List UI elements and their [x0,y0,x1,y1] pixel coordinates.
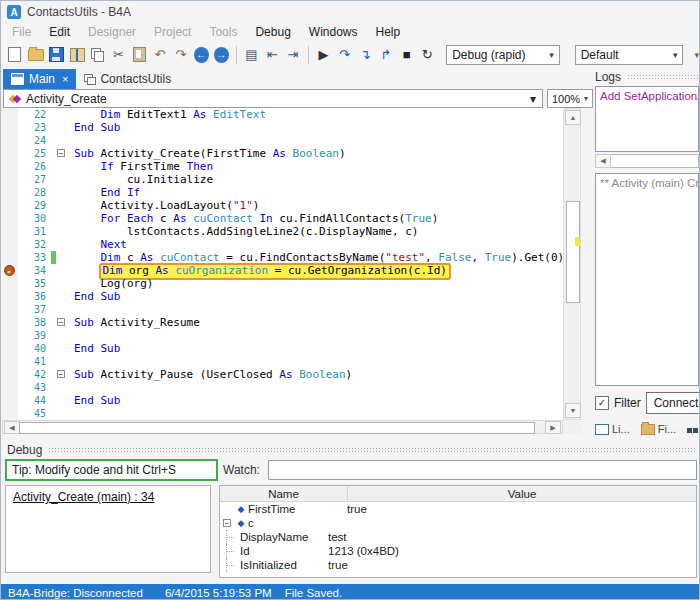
indicator-margin[interactable] [2,186,18,199]
editor-horizontal-scrollbar[interactable]: ◀ ▶ [2,420,563,434]
indicator-margin[interactable] [2,290,18,303]
code-editor[interactable]: 22 Dim EditText1 As EditText23End Sub242… [2,108,563,420]
expander-cell[interactable]: − [220,519,234,527]
menu-debug[interactable]: Debug [246,24,299,40]
undo-icon[interactable]: ↶ [150,45,170,65]
navigate-back-icon[interactable]: ← [194,47,209,63]
build-configuration-select[interactable]: Debug (rapid)▾ [446,45,560,65]
scroll-right-icon[interactable]: ▶ [545,421,561,434]
menu-windows[interactable]: Windows [300,24,367,40]
sub-navigator-select[interactable]: Activity_Create ▾ [3,89,543,108]
indicator-margin[interactable] [2,147,18,160]
step-over-icon[interactable]: ↷ [334,45,354,65]
step-into-icon[interactable]: ↴ [355,45,375,65]
indicator-margin[interactable] [2,225,18,238]
code-line-27[interactable]: 27 cu.Initialize [2,173,563,186]
indicator-margin[interactable] [2,355,18,368]
logs-list[interactable]: Add SetApplicationAttri [595,86,699,152]
export-icon[interactable] [67,45,87,65]
code-line-31[interactable]: 31 lstContacts.AddSingleLine2(c.DisplayN… [2,225,563,238]
watch-row-c[interactable]: −◆c [220,516,696,530]
logs-detail-box[interactable]: ** Activity (main) Create [595,173,699,386]
restart-icon[interactable]: ↻ [417,45,437,65]
layout-variant-select[interactable]: Default▾ [575,45,684,65]
fold-margin[interactable]: − [56,316,68,329]
code-line-30[interactable]: 30 For Each c As cuContact In cu.FindAll… [2,212,563,225]
code-line-22[interactable]: 22 Dim EditText1 As EditText [2,108,563,121]
indicator-margin[interactable] [2,368,18,381]
column-header-name[interactable]: Name [220,486,348,501]
watch-row-Id[interactable]: Id1213 (0x4BD) [220,544,696,558]
indicator-margin[interactable] [2,303,18,316]
scroll-up-icon[interactable]: ▲ [565,110,581,125]
code-line-39[interactable]: 39 [2,329,563,342]
fold-collapse-icon[interactable]: − [57,318,65,326]
watch-row-FirstTime[interactable]: ◆FirstTimetrue [220,502,696,516]
tab-files[interactable]: Fi... [641,423,676,435]
new-icon[interactable] [5,45,25,65]
indent-icon[interactable]: ⇥ [283,45,303,65]
indicator-margin[interactable] [2,121,18,134]
code-line-26[interactable]: 26 If FirstTime Then [2,160,563,173]
indicator-margin[interactable] [2,342,18,355]
indicator-margin[interactable] [2,108,18,121]
run-icon[interactable]: ▶ [314,45,334,65]
indicator-margin[interactable] [2,212,18,225]
menu-designer[interactable]: Designer [79,24,145,40]
fold-margin[interactable] [56,407,68,420]
indicator-margin[interactable] [2,407,18,420]
indicator-margin[interactable] [2,199,18,212]
menu-tools[interactable]: Tools [200,24,246,40]
fold-margin[interactable] [56,199,68,212]
code-line-45[interactable]: 45 [2,407,563,420]
tab-main[interactable]: Main× [3,69,76,89]
fold-margin[interactable] [56,290,68,303]
editor-vertical-scrollbar[interactable]: ▲ ▼ [563,108,581,420]
filter-checkbox[interactable]: ✓ [595,396,609,410]
code-line-35[interactable]: 35 Log(org) [2,277,563,290]
code-line-28[interactable]: 28 End If [2,186,563,199]
fold-margin[interactable] [56,329,68,342]
fold-margin[interactable]: − [56,368,68,381]
fold-margin[interactable] [56,277,68,290]
watch-input[interactable] [268,460,697,480]
indicator-margin[interactable] [2,394,18,407]
indicator-margin[interactable] [2,160,18,173]
code-line-24[interactable]: 24 [2,134,563,147]
fold-margin[interactable] [56,121,68,134]
toolbar-overflow-icon[interactable]: ▾ [694,50,699,60]
indicator-margin[interactable] [2,316,18,329]
watch-table[interactable]: Name Value ◆FirstTimetrue−◆cDisplayNamet… [219,485,697,578]
watch-row-DisplayName[interactable]: DisplayNametest [220,530,696,544]
fold-margin[interactable] [56,186,68,199]
code-line-32[interactable]: 32 Next [2,238,563,251]
copy-icon[interactable] [88,45,108,65]
watch-row-IsInitialized[interactable]: IsInitializedtrue [220,558,696,572]
fold-margin[interactable] [56,355,68,368]
code-line-34[interactable]: ▸34 Dim org As cuOrganization = cu.GetOr… [2,264,563,277]
code-line-40[interactable]: 40End Sub [2,342,563,355]
paste-icon[interactable] [129,45,149,65]
fold-margin[interactable]: − [56,147,68,160]
code-line-29[interactable]: 29 Activity.LoadLayout("1") [2,199,563,212]
code-line-36[interactable]: 36End Sub [2,290,563,303]
indicator-margin[interactable] [2,329,18,342]
fold-margin[interactable] [56,381,68,394]
close-icon[interactable]: × [62,73,68,85]
navigate-forward-icon[interactable]: → [214,47,229,63]
call-stack-box[interactable]: Activity_Create (main) : 34 [5,485,211,573]
fold-margin[interactable] [56,173,68,186]
column-header-value[interactable]: Value [348,486,696,501]
code-line-41[interactable]: 41 [2,355,563,368]
vertical-scroll-thumb[interactable] [566,201,580,303]
log-entry[interactable]: Add SetApplicationAttri [600,90,699,102]
step-out-icon[interactable]: ↱ [376,45,396,65]
fold-margin[interactable] [56,251,68,264]
fold-margin[interactable] [56,342,68,355]
fold-margin[interactable] [56,108,68,121]
code-line-25[interactable]: 25−Sub Activity_Create(FirstTime As Bool… [2,147,563,160]
tab-contactsutils[interactable]: ContactsUtils [76,69,179,89]
scroll-left-icon[interactable]: ◀ [4,421,20,434]
stop-icon[interactable]: ■ [397,45,417,65]
fold-margin[interactable] [56,212,68,225]
